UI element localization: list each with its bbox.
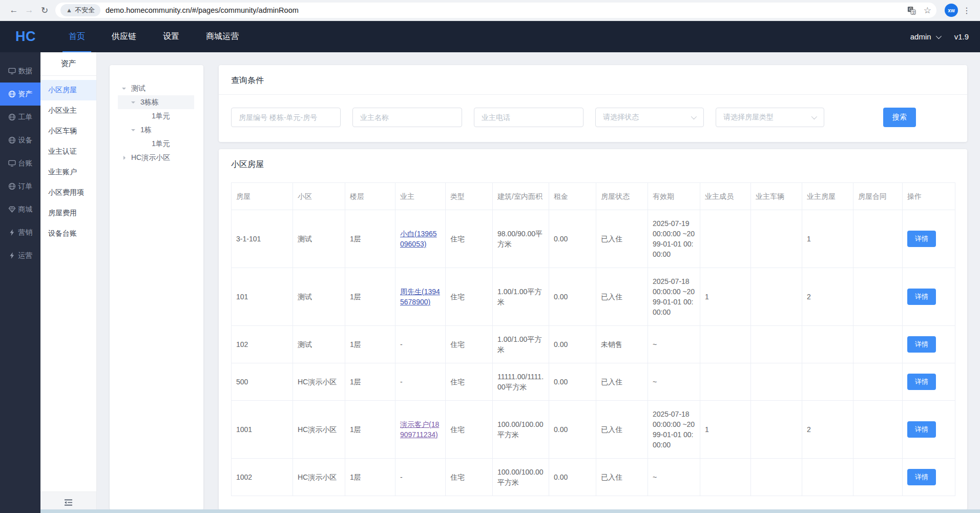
owner-link[interactable]: - (400, 340, 403, 348)
cell-status: 已入住 (596, 401, 648, 459)
detail-button[interactable]: 详情 (907, 421, 936, 438)
cell-members: 1 (700, 401, 751, 459)
top-nav-item[interactable]: 供应链 (100, 21, 148, 52)
cell-vehicles (751, 459, 802, 496)
cell-type: 住宅 (446, 401, 493, 459)
submenu-item[interactable]: 小区车辆 (40, 121, 96, 141)
tree-node[interactable]: 1栋 (110, 123, 203, 137)
cell-type: 住宅 (446, 268, 493, 326)
detail-button[interactable]: 详情 (907, 289, 936, 305)
column-header: 楼层 (345, 183, 395, 210)
tree-node[interactable]: 测试 (110, 81, 203, 95)
horizontal-scrollbar[interactable] (40, 509, 980, 513)
detail-button[interactable]: 详情 (907, 231, 936, 247)
submenu-item[interactable]: 小区费用项 (40, 182, 96, 203)
tree-node-label: 1单元 (152, 112, 170, 121)
rail-item[interactable]: 商城 (0, 198, 40, 221)
cell-floor: 1层 (345, 363, 395, 401)
cell-area: 98.00/90.00平方米 (493, 210, 549, 268)
rail-item[interactable]: 运营 (0, 244, 40, 267)
submenu-item[interactable]: 设备台账 (40, 223, 96, 244)
cell-room: 102 (232, 326, 293, 363)
column-header: 业主车辆 (751, 183, 802, 210)
column-header: 房屋合同 (853, 183, 903, 210)
rail-item-label: 工单 (18, 113, 33, 122)
submenu-item[interactable]: 业主账户 (40, 162, 96, 182)
url-bar[interactable]: ▲ 不安全 demo.homecommunity.cn/#/pages/comm… (55, 3, 936, 18)
owner-link[interactable]: 演示客户(18909711234) (400, 420, 439, 439)
submenu-item[interactable]: 小区业主 (40, 100, 96, 121)
query-text-input[interactable] (352, 108, 462, 127)
tree-caret-icon (131, 127, 137, 133)
browser-forward-icon[interactable]: → (22, 5, 37, 15)
owner-link[interactable]: - (400, 378, 403, 386)
select-placeholder: 请选择状态 (603, 113, 639, 122)
cell-vehicles (751, 363, 802, 401)
app-header: HC 首页 供应链 设置 商城运营 admin (0, 21, 980, 52)
cell-owner: - (395, 459, 446, 496)
browser-back-icon[interactable]: ← (6, 5, 22, 15)
cell-validity: ~ (648, 326, 700, 363)
query-select[interactable]: 请选择房屋类型 (716, 108, 824, 127)
query-text-input[interactable] (231, 108, 341, 127)
security-chip[interactable]: ▲ 不安全 (60, 4, 100, 16)
rail-item[interactable]: 设备 (0, 129, 40, 152)
search-button[interactable]: 搜索 (883, 108, 916, 127)
tree-node-label: 测试 (131, 84, 145, 93)
rail-item[interactable]: 订单 (0, 175, 40, 198)
cell-type: 住宅 (446, 459, 493, 496)
tree-node[interactable]: 1单元 (110, 137, 203, 151)
query-form: 请选择状态 请选择房屋类型 搜索 (219, 95, 967, 140)
cell-members (700, 363, 751, 401)
rail-item-label: 台账 (18, 159, 33, 168)
rail-item[interactable]: 营销 (0, 221, 40, 244)
tree-node-label: 1栋 (140, 126, 152, 135)
rail-item[interactable]: 资产 (0, 83, 40, 106)
translate-icon[interactable]: G文 (907, 6, 916, 15)
tree-node[interactable]: HC演示小区 (110, 151, 203, 165)
tree-node[interactable]: 1单元 (110, 109, 203, 123)
rail-item[interactable]: 工单 (0, 106, 40, 129)
cell-actions: 详情 (903, 363, 955, 401)
rail-item[interactable]: 台账 (0, 152, 40, 175)
cell-community: HC演示小区 (293, 363, 345, 401)
cell-members: 1 (700, 268, 751, 326)
top-nav-item[interactable]: 设置 (152, 21, 191, 52)
top-nav-item[interactable]: 首页 (57, 21, 96, 52)
module-rail: 数据 资产 (0, 52, 40, 513)
submenu-title: 资产 (40, 52, 96, 76)
browser-reload-icon[interactable]: ↻ (37, 5, 52, 16)
app-logo[interactable]: HC (15, 29, 36, 45)
owner-link[interactable]: 周先生(13945678900) (400, 288, 440, 306)
submenu-item[interactable]: 房屋费用 (40, 203, 96, 223)
detail-button[interactable]: 详情 (907, 469, 936, 485)
submenu-item[interactable]: 小区房屋 (40, 80, 96, 100)
query-select[interactable]: 请选择状态 (595, 108, 704, 127)
cell-type: 住宅 (446, 326, 493, 363)
cell-houses (802, 326, 853, 363)
tree-node-label: HC演示小区 (131, 153, 170, 162)
query-text-input[interactable] (474, 108, 583, 127)
rail-item[interactable]: 数据 (0, 59, 40, 83)
user-menu[interactable]: admin (910, 32, 940, 41)
bookmark-star-icon[interactable]: ☆ (924, 5, 931, 16)
chevron-down-icon (811, 114, 817, 119)
submenu-item-label: 房屋费用 (48, 209, 77, 218)
tree-node[interactable]: 3栋栋 (118, 95, 194, 109)
submenu-item[interactable]: 业主认证 (40, 141, 96, 162)
detail-button[interactable]: 详情 (907, 336, 936, 353)
owner-link[interactable]: - (400, 473, 403, 481)
rail-item-icon (8, 229, 16, 236)
detail-button[interactable]: 详情 (907, 374, 936, 390)
cell-type: 住宅 (446, 363, 493, 401)
owner-link[interactable]: 小白(13965096053) (400, 230, 437, 248)
cell-members (700, 459, 751, 496)
browser-avatar[interactable]: xw (945, 4, 958, 17)
top-nav-item[interactable]: 商城运营 (195, 21, 250, 52)
column-header: 租金 (549, 183, 596, 210)
browser-menu-icon[interactable]: ⋮ (961, 6, 972, 15)
column-header: 业主房屋 (802, 183, 853, 210)
select-placeholder: 请选择房屋类型 (723, 113, 774, 122)
cell-houses (802, 459, 853, 496)
cell-rent: 0.00 (549, 210, 596, 268)
